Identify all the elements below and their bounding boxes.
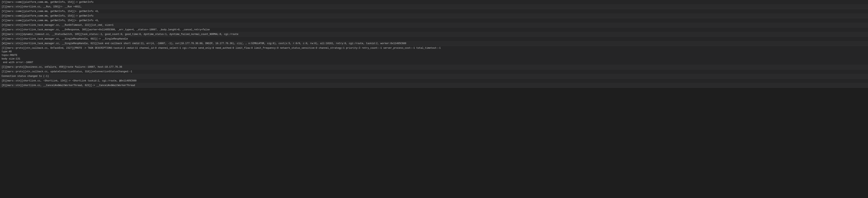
log-row[interactable]: [V][mars::stn][shortlink_task_manager.cc… (0, 23, 868, 28)
log-row[interactable]: [D][mars::stn][shortlink_task_manager.cc… (0, 28, 868, 32)
log-text: [V][mars::comm][platform_comm.mm, getNet… (2, 1, 93, 4)
log-row[interactable]: [I][mars::proto][stn_callback.cc, OnTask… (0, 46, 868, 65)
log-row[interactable]: [I][mars::proto][stn_callback.cc, update… (0, 69, 868, 74)
log-text: [I][mars::stn][shortlink.cc, __Run, 150]… (2, 5, 82, 8)
log-text: [D][mars::stn][shortlink.cc, __CancelAnd… (2, 84, 135, 87)
log-container: [V][mars::comm][platform_comm.mm, getNet… (0, 0, 868, 88)
log-row[interactable]: Connection status changed to (-1) (0, 74, 868, 79)
log-row[interactable]: [D][mars::stn][shortlink.cc, __CancelAnd… (0, 83, 868, 88)
log-row[interactable]: [V][mars::stn][shortlink_task_manager.cc… (0, 37, 868, 41)
log-row[interactable]: [D][mars::stn][shortlink.cc, ~ShortLink,… (0, 79, 868, 83)
log-text: [I][mars::proto][stn_callback.cc, OnTask… (2, 47, 441, 64)
log-text: [W][mars::stn][shortlink_task_manager.cc… (2, 42, 406, 45)
log-text: [V][mars::stn][shortlink_task_manager.cc… (2, 24, 114, 27)
log-row[interactable]: [V][mars::comm][platform_comm.mm, getNet… (0, 0, 868, 5)
log-text: [D][mars::stn][dynamic_timeout.cc, __Sta… (2, 33, 238, 36)
log-text: [I][mars::proto][business.cc, onFalure, … (2, 66, 122, 68)
log-row[interactable]: [V][mars::comm][platform_comm.mm, getNet… (0, 14, 868, 18)
log-row[interactable]: [D][mars::stn][dynamic_timeout.cc, __Sta… (0, 32, 868, 37)
log-text: [V][mars::stn][shortlink_task_manager.cc… (2, 37, 128, 40)
log-text: [D][mars::stn][shortlink_task_manager.cc… (2, 28, 210, 31)
log-row[interactable]: [W][mars::stn][shortlink_task_manager.cc… (0, 41, 868, 46)
log-text: [V][mars::comm][platform_comm.mm, getNet… (2, 15, 93, 17)
log-text: Connection status changed to (-1) (2, 75, 49, 78)
log-row[interactable]: [I][mars::stn][shortlink.cc, __Run, 150]… (0, 5, 868, 9)
log-row[interactable]: [V][mars::comm][platform_comm.mm, getNet… (0, 18, 868, 23)
log-text: [V][mars::comm][platform_comm.mm, getNet… (2, 19, 99, 22)
log-text: [V][mars::comm][platform_comm.mm, getNet… (2, 10, 99, 13)
log-row[interactable]: [V][mars::comm][platform_comm.mm, getNet… (0, 9, 868, 14)
log-row[interactable]: [I][mars::proto][business.cc, onFalure, … (0, 65, 868, 69)
log-text: [I][mars::proto][stn_callback.cc, update… (2, 70, 132, 73)
log-text: [D][mars::stn][shortlink.cc, ~ShortLink,… (2, 80, 136, 82)
